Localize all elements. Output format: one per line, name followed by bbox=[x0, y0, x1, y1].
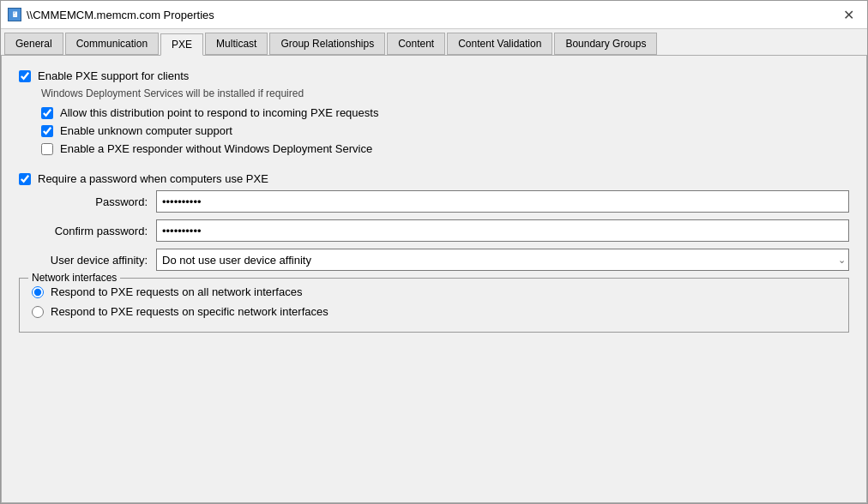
enable-pxe-row: Enable PXE support for clients bbox=[19, 69, 849, 82]
confirm-password-row: Confirm password: bbox=[19, 219, 849, 242]
enable-responder-label: Enable a PXE responder without Windows D… bbox=[60, 142, 372, 155]
tab-boundary-groups[interactable]: Boundary Groups bbox=[554, 33, 657, 55]
enable-pxe-label: Enable PXE support for clients bbox=[38, 69, 189, 82]
require-password-checkbox[interactable] bbox=[19, 173, 31, 185]
respond-specific-label: Respond to PXE requests on specific netw… bbox=[51, 305, 329, 318]
user-device-select-container: Do not use user device affinity Allow us… bbox=[156, 249, 849, 271]
window-title: \\CMMEMCM.memcm.com Properties bbox=[27, 9, 836, 21]
confirm-password-input[interactable] bbox=[156, 219, 849, 242]
respond-all-radio[interactable] bbox=[32, 286, 44, 298]
pxe-content: Enable PXE support for clients Windows D… bbox=[1, 56, 867, 503]
user-device-label: User device affinity: bbox=[19, 254, 156, 267]
enable-pxe-checkbox[interactable] bbox=[19, 70, 31, 82]
respond-specific-row: Respond to PXE requests on specific netw… bbox=[32, 305, 836, 318]
user-device-row: User device affinity: Do not use user de… bbox=[19, 249, 849, 271]
require-password-row: Require a password when computers use PX… bbox=[19, 172, 849, 185]
password-row: Password: bbox=[19, 190, 849, 213]
window-icon: 🖥 bbox=[8, 8, 21, 21]
user-device-select[interactable]: Do not use user device affinity Allow us… bbox=[156, 249, 849, 271]
allow-incoming-row: Allow this distribution point to respond… bbox=[41, 106, 849, 119]
enable-unknown-checkbox[interactable] bbox=[41, 125, 53, 137]
properties-window: 🖥 \\CMMEMCM.memcm.com Properties ✕ Gener… bbox=[0, 0, 868, 504]
tab-content-validation[interactable]: Content Validation bbox=[447, 33, 552, 55]
tab-communication[interactable]: Communication bbox=[65, 33, 159, 55]
tab-pxe[interactable]: PXE bbox=[160, 33, 203, 56]
require-password-label: Require a password when computers use PX… bbox=[38, 172, 268, 185]
allow-incoming-label: Allow this distribution point to respond… bbox=[60, 106, 378, 119]
respond-all-label: Respond to PXE requests on all network i… bbox=[51, 285, 302, 298]
respond-all-row: Respond to PXE requests on all network i… bbox=[32, 285, 836, 298]
confirm-password-label: Confirm password: bbox=[19, 225, 156, 237]
respond-specific-radio[interactable] bbox=[32, 306, 44, 318]
close-button[interactable]: ✕ bbox=[836, 6, 860, 23]
password-input[interactable] bbox=[156, 190, 849, 213]
enable-responder-checkbox[interactable] bbox=[41, 143, 53, 155]
tab-content[interactable]: Content bbox=[387, 33, 445, 55]
network-interfaces-group: Network interfaces Respond to PXE reques… bbox=[19, 278, 849, 333]
tab-group-relationships[interactable]: Group Relationships bbox=[269, 33, 385, 55]
wds-note: Windows Deployment Services will be inst… bbox=[41, 87, 849, 99]
network-interfaces-label: Network interfaces bbox=[28, 272, 120, 284]
enable-responder-row: Enable a PXE responder without Windows D… bbox=[41, 142, 849, 155]
password-label: Password: bbox=[19, 195, 156, 208]
tab-multicast[interactable]: Multicast bbox=[205, 33, 268, 55]
allow-incoming-checkbox[interactable] bbox=[41, 107, 53, 119]
title-bar: 🖥 \\CMMEMCM.memcm.com Properties ✕ bbox=[1, 1, 867, 29]
tab-general[interactable]: General bbox=[4, 33, 63, 55]
tab-bar: General Communication PXE Multicast Grou… bbox=[1, 29, 867, 56]
enable-unknown-label: Enable unknown computer support bbox=[60, 124, 232, 137]
enable-unknown-row: Enable unknown computer support bbox=[41, 124, 849, 137]
